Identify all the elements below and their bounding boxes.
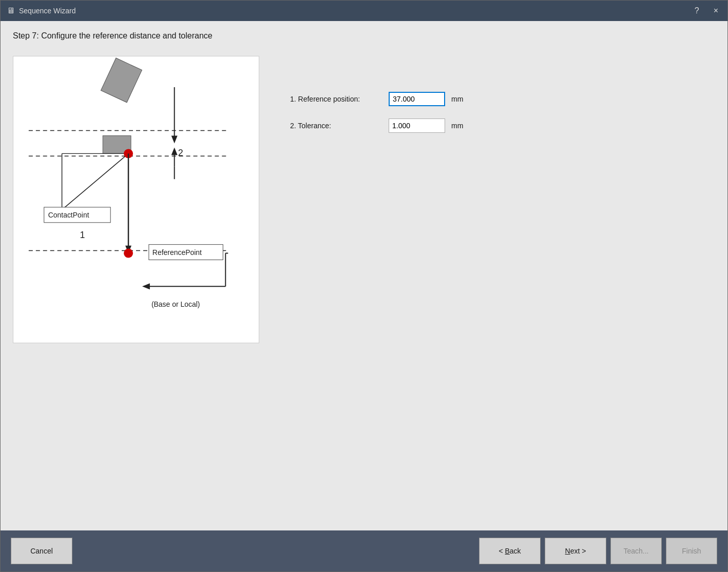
svg-marker-9 bbox=[171, 147, 178, 155]
finish-button[interactable]: Finish bbox=[666, 538, 717, 564]
reference-position-unit: mm bbox=[451, 95, 463, 103]
svg-rect-3 bbox=[101, 58, 142, 103]
content-area: Step 7: Configure the reference distance… bbox=[1, 21, 727, 530]
title-bar-controls: ? × bbox=[692, 6, 721, 16]
close-button[interactable]: × bbox=[711, 6, 721, 16]
next-button[interactable]: Next > bbox=[545, 538, 606, 564]
window-title: Sequence Wizard bbox=[19, 7, 76, 15]
tolerance-unit: mm bbox=[451, 122, 463, 130]
form-row-reference: 1. Reference position: mm bbox=[290, 92, 463, 106]
sequence-wizard-window: 🖥 Sequence Wizard ? × Step 7: Configure … bbox=[0, 0, 728, 572]
main-body: 2 ContactPoint bbox=[13, 51, 715, 522]
title-bar-left: 🖥 Sequence Wizard bbox=[7, 6, 76, 15]
svg-text:1: 1 bbox=[80, 230, 85, 240]
svg-marker-26 bbox=[142, 283, 150, 289]
back-button[interactable]: < Back bbox=[479, 538, 541, 564]
step-title: Step 7: Configure the reference distance… bbox=[13, 31, 715, 41]
form-row-tolerance: 2. Tolerance: mm bbox=[290, 119, 463, 133]
form-panel: 1. Reference position: mm 2. Tolerance: … bbox=[290, 51, 463, 133]
cancel-button[interactable]: Cancel bbox=[11, 538, 72, 564]
title-bar: 🖥 Sequence Wizard ? × bbox=[1, 1, 727, 21]
svg-point-20 bbox=[124, 249, 133, 258]
tolerance-label: 2. Tolerance: bbox=[290, 122, 382, 130]
footer-right: < Back Next > Teach... Finish bbox=[479, 538, 717, 564]
svg-text:ReferencePoint: ReferencePoint bbox=[152, 248, 202, 257]
diagram-panel: 2 ContactPoint bbox=[13, 56, 259, 343]
reference-position-input[interactable] bbox=[389, 92, 445, 106]
reference-position-label: 1. Reference position: bbox=[290, 95, 382, 103]
svg-line-11 bbox=[62, 153, 128, 210]
footer: Cancel < Back Next > Teach... Finish bbox=[1, 530, 727, 571]
help-button[interactable]: ? bbox=[692, 6, 702, 16]
teach-button[interactable]: Teach... bbox=[610, 538, 662, 564]
window-icon: 🖥 bbox=[7, 6, 15, 15]
diagram-svg: 2 ContactPoint bbox=[13, 56, 259, 343]
svg-text:ContactPoint: ContactPoint bbox=[48, 211, 89, 219]
svg-text:2: 2 bbox=[178, 148, 183, 158]
tolerance-input[interactable] bbox=[389, 119, 445, 133]
svg-text:(Base or Local): (Base or Local) bbox=[151, 300, 200, 308]
svg-marker-6 bbox=[171, 136, 178, 144]
footer-left: Cancel bbox=[11, 538, 72, 564]
